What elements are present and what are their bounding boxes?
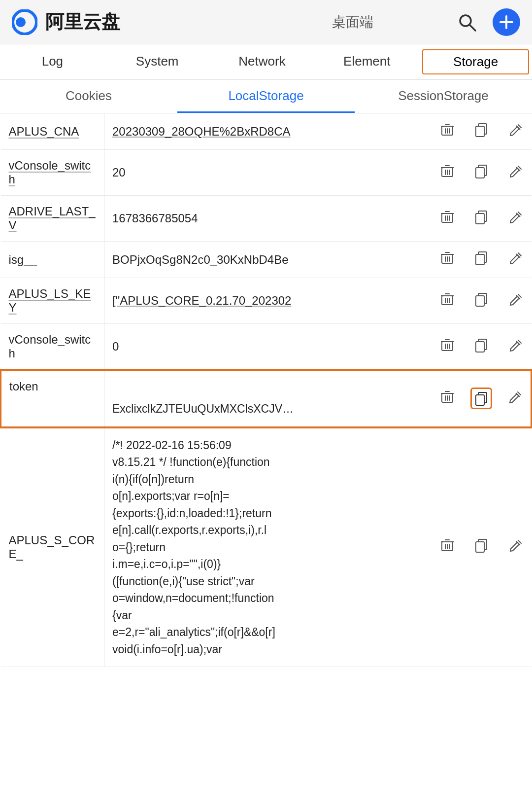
storage-value-cell: ["APLUS_CORE_0.21.70_202302 bbox=[104, 278, 432, 324]
delete-icon bbox=[440, 250, 455, 265]
copy-icon bbox=[474, 338, 489, 353]
edit-icon bbox=[508, 338, 523, 353]
edit-cell[interactable] bbox=[500, 278, 532, 324]
svg-line-3 bbox=[469, 25, 475, 31]
storage-value-cell: 20230309_28OQHE%2BxRD8CA bbox=[104, 113, 432, 150]
plus-icon bbox=[499, 14, 514, 30]
copy-cell[interactable] bbox=[463, 242, 500, 278]
search-icon bbox=[457, 12, 477, 32]
storage-value-cell: ExclixclkZJTEUuQUxMXClsXCJV… bbox=[104, 370, 432, 427]
app-bar-actions bbox=[455, 8, 520, 36]
copy-cell[interactable] bbox=[463, 324, 500, 370]
delete-cell[interactable] bbox=[432, 242, 463, 278]
tab-network[interactable]: Network bbox=[210, 44, 315, 79]
table-row: tokenExclixclkZJTEUuQUxMXClsXCJV… bbox=[1, 370, 532, 427]
storage-key-cell: vConsole_switch bbox=[1, 324, 104, 370]
delete-icon bbox=[440, 538, 455, 553]
app-bar: 阿里云盘 桌面端 bbox=[0, 0, 532, 44]
table-row: APLUS_LS_KEY["APLUS_CORE_0.21.70_202302 bbox=[1, 278, 532, 324]
edit-cell[interactable] bbox=[500, 113, 532, 150]
copy-icon bbox=[474, 292, 489, 307]
app-subtitle: 桌面端 bbox=[250, 13, 455, 32]
devtools-tabs: Log System Network Element Storage bbox=[0, 44, 532, 80]
copy-icon bbox=[474, 210, 489, 224]
storage-value-cell: BOPjxOqSg8N2c0_30KxNbD4Be bbox=[104, 242, 432, 278]
copy-icon bbox=[474, 164, 489, 178]
edit-cell[interactable] bbox=[500, 370, 532, 427]
copy-cell[interactable] bbox=[463, 427, 500, 667]
storage-key-label: vConsole_switch bbox=[9, 159, 91, 186]
delete-cell[interactable] bbox=[432, 427, 463, 667]
delete-cell[interactable] bbox=[432, 150, 463, 196]
delete-icon bbox=[440, 210, 455, 224]
edit-cell[interactable] bbox=[500, 196, 532, 242]
storage-tabs: Cookies LocalStorage SessionStorage bbox=[0, 80, 532, 113]
delete-icon bbox=[440, 338, 455, 353]
storage-key-cell: token bbox=[1, 370, 104, 427]
edit-icon bbox=[508, 122, 523, 137]
copy-cell[interactable] bbox=[463, 196, 500, 242]
tab-cookies[interactable]: Cookies bbox=[0, 80, 177, 113]
tab-system[interactable]: System bbox=[105, 44, 210, 79]
copy-cell[interactable] bbox=[463, 278, 500, 324]
svg-rect-40 bbox=[476, 254, 484, 265]
tab-log[interactable]: Log bbox=[0, 44, 105, 79]
delete-cell[interactable] bbox=[432, 370, 463, 427]
storage-key-cell: vConsole_switch bbox=[1, 150, 104, 196]
svg-rect-13 bbox=[476, 126, 484, 137]
storage-key-label: APLUS_LS_KEY bbox=[9, 287, 91, 314]
delete-cell[interactable] bbox=[432, 113, 463, 150]
delete-icon bbox=[440, 292, 455, 307]
copy-icon bbox=[474, 391, 489, 406]
edit-cell[interactable] bbox=[500, 324, 532, 370]
edit-cell[interactable] bbox=[500, 150, 532, 196]
add-button[interactable] bbox=[493, 8, 520, 36]
copy-cell[interactable] bbox=[463, 113, 500, 150]
edit-icon bbox=[508, 164, 523, 178]
tab-sessionstorage[interactable]: SessionStorage bbox=[355, 80, 532, 113]
svg-rect-76 bbox=[476, 542, 484, 552]
svg-rect-22 bbox=[476, 168, 484, 178]
storage-key-cell: APLUS_LS_KEY bbox=[1, 278, 104, 324]
copy-icon bbox=[474, 250, 489, 265]
delete-icon bbox=[440, 122, 455, 137]
copy-cell[interactable] bbox=[463, 370, 500, 427]
app-title: 阿里云盘 bbox=[45, 9, 250, 35]
storage-key-label: APLUS_CNA bbox=[9, 125, 79, 138]
edit-icon bbox=[508, 389, 523, 404]
edit-icon bbox=[508, 292, 523, 307]
edit-cell[interactable] bbox=[500, 427, 532, 667]
storage-table: APLUS_CNA20230309_28OQHE%2BxRD8CA vConso… bbox=[0, 113, 532, 667]
tab-storage[interactable]: Storage bbox=[422, 49, 529, 74]
delete-icon bbox=[440, 389, 455, 404]
tab-localstorage[interactable]: LocalStorage bbox=[177, 80, 355, 113]
storage-value-label: ["APLUS_CORE_0.21.70_202302 bbox=[112, 294, 291, 307]
storage-value-cell: /*! 2022-02-16 15:56:09 v8.15.21 */ !fun… bbox=[104, 427, 432, 667]
delete-cell[interactable] bbox=[432, 278, 463, 324]
storage-key-cell: APLUS_S_CORE_ bbox=[1, 427, 104, 667]
storage-key-cell: ADRIVE_LAST_V bbox=[1, 196, 104, 242]
storage-key-label: ADRIVE_LAST_V bbox=[9, 205, 96, 232]
storage-value-label: 20230309_28OQHE%2BxRD8CA bbox=[112, 125, 291, 138]
search-button[interactable] bbox=[455, 10, 479, 34]
edit-icon bbox=[508, 538, 523, 553]
storage-value-cell: 1678366785054 bbox=[104, 196, 432, 242]
table-row: vConsole_switch0 bbox=[1, 324, 532, 370]
copy-cell[interactable] bbox=[463, 150, 500, 196]
edit-cell[interactable] bbox=[500, 242, 532, 278]
table-row: isg__BOPjxOqSg8N2c0_30KxNbD4Be bbox=[1, 242, 532, 278]
table-row: vConsole_switch20 bbox=[1, 150, 532, 196]
svg-rect-31 bbox=[476, 213, 484, 224]
svg-rect-49 bbox=[476, 296, 484, 306]
storage-key-cell: APLUS_CNA bbox=[1, 113, 104, 150]
delete-cell[interactable] bbox=[432, 324, 463, 370]
delete-cell[interactable] bbox=[432, 196, 463, 242]
svg-rect-67 bbox=[476, 395, 484, 405]
table-row: APLUS_CNA20230309_28OQHE%2BxRD8CA bbox=[1, 113, 532, 150]
storage-key-cell: isg__ bbox=[1, 242, 104, 278]
tab-element[interactable]: Element bbox=[314, 44, 419, 79]
svg-rect-58 bbox=[476, 342, 484, 352]
storage-value-cell: 20 bbox=[104, 150, 432, 196]
copy-icon bbox=[474, 122, 489, 137]
copy-icon-highlighted[interactable] bbox=[470, 388, 492, 409]
